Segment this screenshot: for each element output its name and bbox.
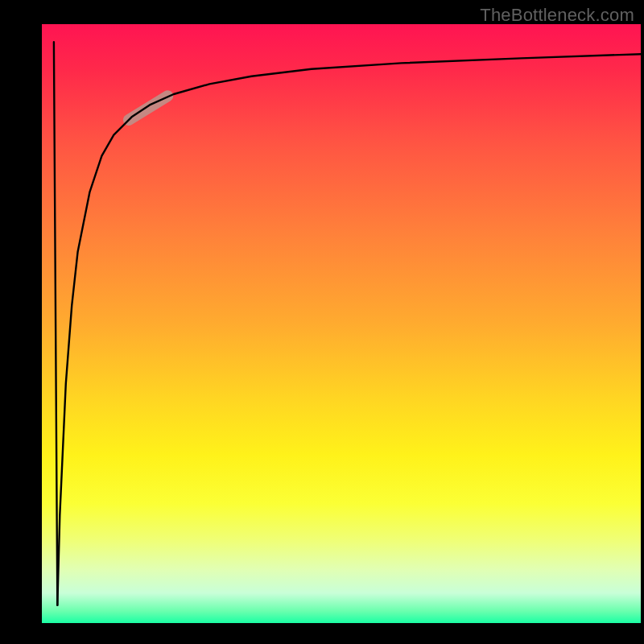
series-vertical-drop bbox=[54, 42, 57, 605]
plot-area bbox=[42, 24, 641, 623]
series-main-curve bbox=[57, 54, 641, 605]
watermark-text: TheBottleneck.com bbox=[480, 5, 634, 26]
plot-lines bbox=[42, 24, 641, 623]
